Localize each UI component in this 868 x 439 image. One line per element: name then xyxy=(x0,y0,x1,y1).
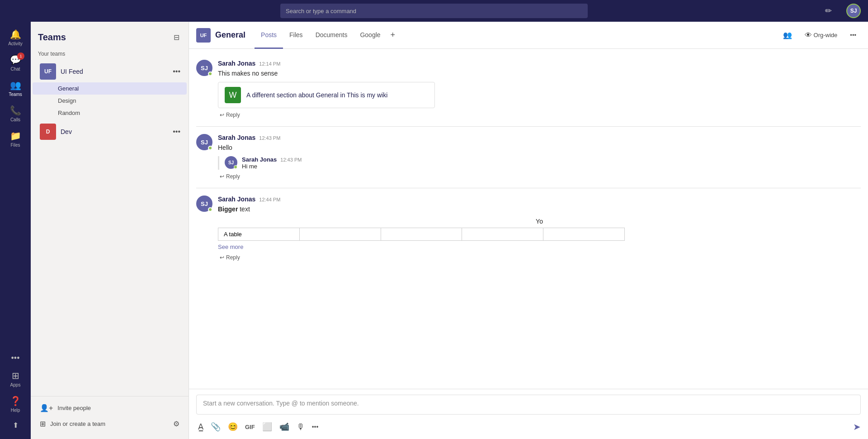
tab-documents[interactable]: Documents xyxy=(309,22,354,49)
more-options-btn[interactable]: ••• xyxy=(845,29,861,41)
sidebar-title: Teams xyxy=(38,32,66,43)
see-more-btn[interactable]: See more xyxy=(218,243,243,250)
reply-btn-3[interactable]: ↩ Reply xyxy=(218,253,861,262)
table-cell-1: A table xyxy=(218,228,300,241)
message-group-1: SJ Sarah Jonas 12:14 PM This makes no se… xyxy=(189,56,868,123)
top-bar: Search or type a command ✏ SJ xyxy=(0,0,868,22)
messages-area: SJ Sarah Jonas 12:14 PM This makes no se… xyxy=(189,49,868,389)
table-cell-4 xyxy=(462,228,543,241)
wiki-card-1[interactable]: W A different section about General in T… xyxy=(218,82,435,108)
team-avatar-dev: D xyxy=(40,124,56,140)
message-text-3: Bigger text xyxy=(218,205,861,214)
audio-tool[interactable]: 🎙 xyxy=(295,420,307,434)
user-avatar[interactable]: SJ xyxy=(846,4,861,18)
join-icon: ⊞ xyxy=(40,420,46,428)
meet-tool[interactable]: 📹 xyxy=(278,420,291,434)
more-dots-icon: ••• xyxy=(850,32,856,38)
team-more-dev[interactable]: ••• xyxy=(170,127,183,137)
channel-team-avatar: UF xyxy=(196,28,211,43)
nav-item-help[interactable]: ❓ Help xyxy=(2,392,29,416)
nav-label-files: Files xyxy=(10,143,20,148)
emoji-tool[interactable]: 😊 xyxy=(226,420,240,434)
reply-btn-1[interactable]: ↩ Reply xyxy=(218,111,861,119)
nav-label-activity: Activity xyxy=(8,41,23,46)
nav-item-calls[interactable]: 📞 Calls xyxy=(2,101,29,126)
invite-label: Invite people xyxy=(57,405,91,411)
format-tool[interactable]: A̲ xyxy=(196,420,205,434)
settings-icon[interactable]: ⚙ xyxy=(171,418,181,430)
compose-toolbar: A̲ 📎 😊 GIF ⬜ 📹 🎙 ••• ➤ xyxy=(196,418,861,435)
message-body-3: Sarah Jonas 12:44 PM Bigger text Yo A ta… xyxy=(218,196,861,262)
files-icon: 📁 xyxy=(10,130,21,141)
table-cell-2 xyxy=(299,228,381,241)
divider-1 xyxy=(196,126,861,127)
tab-posts[interactable]: Posts xyxy=(255,22,283,49)
nav-label-chat: Chat xyxy=(10,67,20,72)
nav-item-activity-upload[interactable]: ⬆ xyxy=(2,417,29,434)
tab-add-icon[interactable]: + xyxy=(387,30,399,40)
avatar-msg3: SJ xyxy=(196,196,212,212)
message-group-3: SJ Sarah Jonas 12:44 PM Bigger text Yo xyxy=(189,192,868,265)
channel-item-general[interactable]: General xyxy=(33,82,187,95)
join-label: Join or create a team xyxy=(50,420,105,427)
nested-reply-container-2: SJ Sarah Jonas 12:43 PM Hi me xyxy=(218,156,861,170)
online-indicator-msg2 xyxy=(208,146,212,150)
nav-more-dots[interactable]: ••• xyxy=(8,350,24,367)
nav-item-chat[interactable]: 1 💬 Chat xyxy=(2,51,29,75)
nested-online-dot-2 xyxy=(234,165,237,169)
team-item-ui-feed[interactable]: UF UI Feed ••• xyxy=(33,61,187,82)
join-create-btn[interactable]: ⊞ Join or create a team xyxy=(38,416,171,432)
nested-time-2: 12:43 PM xyxy=(280,157,302,162)
nav-item-files[interactable]: 📁 Files xyxy=(2,127,29,151)
search-bar[interactable]: Search or type a command xyxy=(280,4,588,18)
tab-files[interactable]: Files xyxy=(283,22,309,49)
help-icon: ❓ xyxy=(10,396,21,406)
upload-icon: ⬆ xyxy=(13,421,19,429)
channel-item-random[interactable]: Random xyxy=(33,107,187,119)
reply-btn-2[interactable]: ↩ Reply xyxy=(218,172,861,181)
org-wide-btn[interactable]: 👁 Org-wide xyxy=(800,29,842,42)
nav-item-activity[interactable]: 🔔 Activity xyxy=(2,25,29,50)
nav-label-calls: Calls xyxy=(10,117,20,122)
reply-arrow-1: ↩ xyxy=(220,112,224,118)
message-body-1: Sarah Jonas 12:14 PM This makes no sense… xyxy=(218,60,861,119)
left-nav: 🔔 Activity 1 💬 Chat 👥 Teams 📞 Calls 📁 Fi… xyxy=(0,22,31,439)
nav-item-teams[interactable]: 👥 Teams xyxy=(2,76,29,100)
message-text-1: This makes no sense xyxy=(218,69,861,78)
reply-arrow-2: ↩ xyxy=(220,173,224,180)
nav-item-apps[interactable]: ⊞ Apps xyxy=(2,367,29,391)
team-more-ui-feed[interactable]: ••• xyxy=(170,67,183,76)
gif-tool[interactable]: GIF xyxy=(243,422,257,432)
reply-arrow-3: ↩ xyxy=(220,254,224,261)
channel-name-general: General xyxy=(58,85,79,92)
compose-icon[interactable]: ✏ xyxy=(825,6,832,16)
team-item-dev[interactable]: D Dev ••• xyxy=(33,121,187,143)
send-button[interactable]: ➤ xyxy=(853,421,861,432)
sender-2: Sarah Jonas xyxy=(218,134,255,141)
cursor-area xyxy=(31,143,189,152)
wiki-card-text: A different section about General in Thi… xyxy=(246,91,387,99)
channel-item-design[interactable]: Design xyxy=(33,95,187,107)
normal-text-3: text xyxy=(238,205,250,213)
invite-people-btn[interactable]: 👤+ Invite people xyxy=(38,400,181,416)
attach-tool[interactable]: 📎 xyxy=(209,420,222,434)
eye-icon: 👁 xyxy=(805,31,812,39)
sidebar-section-title: Your teams xyxy=(31,49,189,61)
table-cell-5 xyxy=(543,228,625,241)
channel-tabs: Posts Files Documents Google + xyxy=(255,22,399,48)
compose-placeholder: Start a new conversation. Type @ to ment… xyxy=(203,400,359,407)
message-header-1: Sarah Jonas 12:14 PM xyxy=(218,60,861,67)
message-text-2: Hello xyxy=(218,143,861,153)
channel-header-actions: 👥 👁 Org-wide ••• xyxy=(778,28,861,42)
nested-sender-2: Sarah Jonas xyxy=(242,156,277,163)
avatar-msg2: SJ xyxy=(196,134,212,150)
more-tool[interactable]: ••• xyxy=(310,421,321,432)
sidebar: Teams ⊟ Your teams UF UI Feed ••• Genera… xyxy=(31,22,189,439)
main-layout: 🔔 Activity 1 💬 Chat 👥 Teams 📞 Calls 📁 Fi… xyxy=(0,22,868,439)
compose-box[interactable]: Start a new conversation. Type @ to ment… xyxy=(196,395,861,415)
tab-google[interactable]: Google xyxy=(354,22,387,49)
filter-icon[interactable]: ⊟ xyxy=(172,31,181,43)
participants-btn[interactable]: 👥 xyxy=(778,28,797,42)
message-header-2: Sarah Jonas 12:43 PM xyxy=(218,134,861,141)
sticker-tool[interactable]: ⬜ xyxy=(260,420,274,434)
